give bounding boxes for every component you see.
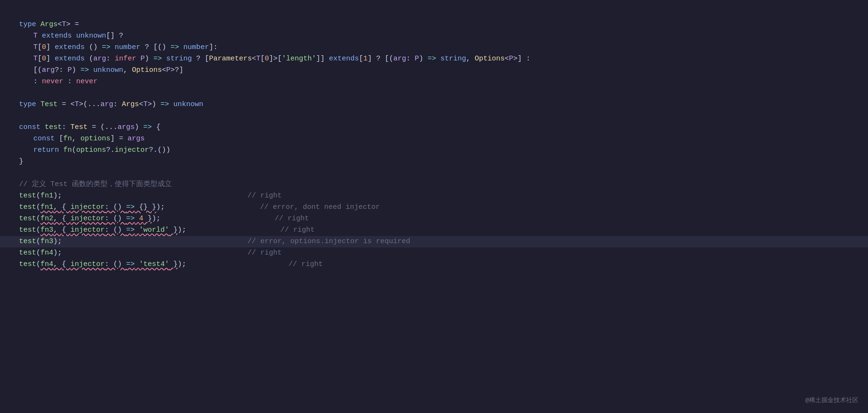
error-fn3a: fn3, { injector: () => 'world' }	[40, 226, 178, 234]
line-11: const [fn, options] = args	[19, 133, 849, 145]
line-8: type Test = <T>(...arg: Args<T>) => unkn…	[19, 99, 849, 110]
line-17: test(fn1, { injector: () => {} });// err…	[19, 202, 849, 213]
line-22: test(fn4, { injector: () => 'test4' });/…	[19, 259, 849, 270]
line-19: test(fn3, { injector: () => 'world' });/…	[19, 225, 849, 236]
gap-2	[19, 110, 849, 122]
line-21: test(fn4);// right	[19, 247, 849, 259]
line-12: return fn(options?.injector?.())	[19, 145, 849, 156]
keyword-type: type	[19, 20, 40, 29]
line-13: }	[19, 156, 849, 167]
code-container: type Args<T> = T extends unknown[] ? T[0…	[19, 14, 849, 270]
gap-3	[19, 167, 849, 179]
line-5: [(arg?: P) => unknown, Options<P>?]	[19, 65, 849, 76]
type-args: Args	[40, 20, 58, 29]
line-6: : never : never	[19, 76, 849, 88]
line-10: const test: Test = (...args) => {	[19, 122, 849, 133]
type-param-t: T	[62, 20, 66, 29]
watermark: @稀土掘金技术社区	[805, 396, 858, 406]
error-fn1: fn1, { injector: () => {} }	[40, 203, 156, 211]
line-4: T[0] extends (arg: infer P) => string ? …	[19, 53, 849, 65]
error-fn2: fn2, { injector: () => 4 }	[40, 215, 152, 223]
line-16: test(fn1);// right	[19, 190, 849, 202]
error-fn4: fn4, { injector: () => 'test4' }	[40, 260, 178, 268]
line-3: T[0] extends () => number ? [() => numbe…	[19, 42, 849, 53]
line-2: T extends unknown[] ?	[19, 30, 849, 42]
line-18: test(fn2, { injector: () => 4 });// righ…	[19, 213, 849, 225]
line-15: // 定义 Test 函数的类型，使得下面类型成立	[19, 179, 849, 190]
gap-1	[19, 88, 849, 99]
line-20: test(fn3);// error, options.injector is …	[0, 236, 868, 247]
line-1: type Args<T> =	[19, 19, 849, 30]
